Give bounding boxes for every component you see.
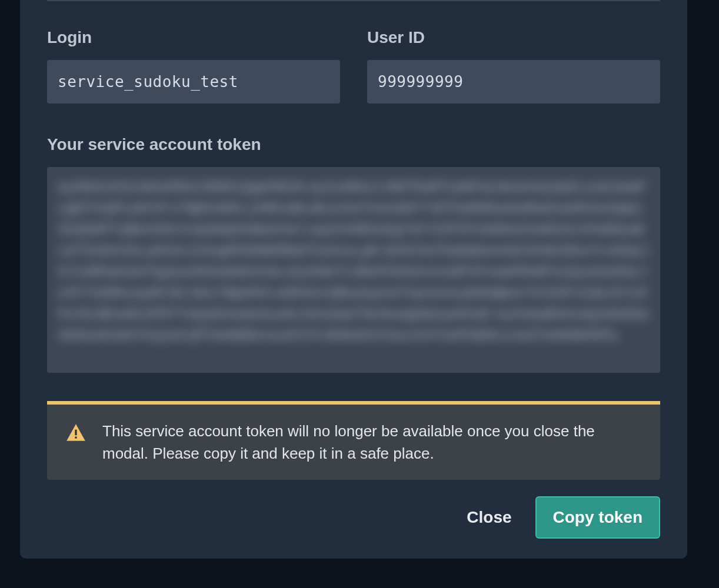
- svg-rect-1: [75, 437, 76, 439]
- token-section: Your service account token eyJhbGciOiJLN…: [47, 135, 660, 373]
- service-account-modal: Login service_sudoku_test User ID 999999…: [20, 0, 687, 559]
- warning-banner: This service account token will no longe…: [47, 401, 660, 480]
- login-input[interactable]: service_sudoku_test: [47, 60, 340, 103]
- credentials-row: Login service_sudoku_test User ID 999999…: [47, 28, 660, 103]
- token-blurred-text: eyJhbGciOiJLNiIsInR5cCI6IlNCQqpHhE2K.eyJ…: [58, 176, 650, 346]
- user-id-field-group: User ID 999999999: [367, 28, 660, 103]
- token-label: Your service account token: [47, 135, 660, 154]
- copy-token-button[interactable]: Copy token: [535, 496, 660, 539]
- warning-triangle-icon: [65, 422, 87, 445]
- user-id-input[interactable]: 999999999: [367, 60, 660, 103]
- divider: [47, 0, 660, 1]
- svg-rect-0: [75, 430, 76, 436]
- close-button[interactable]: Close: [467, 508, 511, 527]
- login-label: Login: [47, 28, 340, 47]
- login-field-group: Login service_sudoku_test: [47, 28, 340, 103]
- modal-actions: Close Copy token: [467, 496, 660, 539]
- token-display[interactable]: eyJhbGciOiJLNiIsInR5cCI6IlNCQqpHhE2K.eyJ…: [47, 167, 660, 373]
- warning-text: This service account token will no longe…: [102, 420, 643, 465]
- user-id-label: User ID: [367, 28, 660, 47]
